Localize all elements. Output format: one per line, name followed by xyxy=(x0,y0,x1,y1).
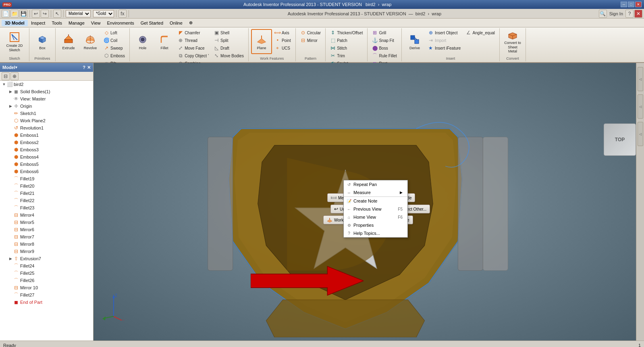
tree-expand-icon[interactable] xyxy=(8,176,13,181)
panel-toggle-3[interactable]: ◁ xyxy=(638,122,643,146)
circular-btn[interactable]: ⊙ Circular xyxy=(298,29,323,36)
coil-btn[interactable]: 🌀 Coil xyxy=(102,37,127,44)
tree-expand-icon[interactable] xyxy=(8,234,13,239)
chamfer-btn[interactable]: ◤ Chamfer xyxy=(176,29,211,36)
tree-item[interactable]: ⬢Emboss5 xyxy=(0,161,93,168)
snap-fit-btn[interactable]: ⚓ Snap Fit xyxy=(370,37,399,44)
tree-expand-icon[interactable] xyxy=(8,169,13,174)
tree-item[interactable]: ⌒Fillet19 xyxy=(0,175,93,182)
sidebar-help-btn[interactable]: ? xyxy=(83,65,85,70)
menu-environments[interactable]: Environments xyxy=(104,20,137,26)
tree-item[interactable]: 👁View: Master xyxy=(0,95,93,102)
tree-item[interactable]: ⌒Fillet22 xyxy=(0,197,93,204)
tree-item[interactable]: ⬡Work Plane2 xyxy=(0,117,93,124)
tree-item[interactable]: ⌒Fillet21 xyxy=(0,190,93,197)
tree-item[interactable]: ↺Revolution1 xyxy=(0,124,93,132)
context-menu-item-measure[interactable]: ↔Measure▶ xyxy=(344,188,407,196)
menu-online[interactable]: Online xyxy=(166,20,186,26)
tree-expand-icon[interactable] xyxy=(8,213,13,217)
tree-item[interactable]: ⬢Emboss2 xyxy=(0,139,93,146)
tree-expand-icon[interactable] xyxy=(8,300,13,305)
context-menu-item-help-topics...[interactable]: ?Help Topics... xyxy=(344,229,407,237)
derive-insert-btn[interactable]: Derive xyxy=(404,29,425,54)
undo-btn[interactable]: ↩ xyxy=(32,10,40,18)
new-btn[interactable]: 📄 xyxy=(2,10,10,18)
shell-btn[interactable]: ▣ Shell xyxy=(212,29,246,36)
insert-ifeature-btn[interactable]: ★ Insert iFeature xyxy=(426,44,463,52)
tree-expand-icon[interactable]: ▶ xyxy=(8,89,13,94)
tree-expand-icon[interactable]: ▶ xyxy=(8,256,13,261)
box-btn[interactable]: Box xyxy=(32,29,53,54)
create-2d-sketch-btn[interactable]: Create 2D Sketch xyxy=(2,29,27,54)
tree-expand-icon[interactable] xyxy=(8,278,13,283)
loft-btn[interactable]: ◇ Loft xyxy=(102,29,127,36)
redo-btn[interactable]: ↪ xyxy=(41,10,49,18)
tree-item[interactable]: ⬢Emboss1 xyxy=(0,132,93,139)
tree-expand-icon[interactable] xyxy=(8,184,13,188)
angle-equal-btn[interactable]: ∠ Angle_equal xyxy=(463,29,497,36)
sidebar-close-btn[interactable]: ✕ xyxy=(87,65,91,70)
tree-expand-icon[interactable] xyxy=(8,271,13,276)
move-face-btn[interactable]: ⤢ Move Face xyxy=(176,44,211,52)
tree-expand-icon[interactable]: ▶ xyxy=(8,104,13,109)
menu-getstarted[interactable]: Get Started xyxy=(137,20,166,26)
tree-item[interactable]: ⊟Mirror6 xyxy=(0,226,93,233)
tree-expand-icon[interactable] xyxy=(8,198,13,203)
panel-toggle-2[interactable]: ◁ xyxy=(638,94,643,119)
appearance-select[interactable]: *Gold xyxy=(93,10,114,17)
tree-expand-icon[interactable] xyxy=(8,162,13,167)
panel-toggle-1[interactable]: ◁ xyxy=(638,67,643,91)
tree-expand-icon[interactable] xyxy=(8,205,13,210)
tree-expand-icon[interactable] xyxy=(8,140,13,145)
extrude-btn[interactable]: Extrude xyxy=(58,29,79,54)
close-app-btn[interactable]: ✕ xyxy=(634,10,642,18)
tree-expand-icon[interactable]: ▼ xyxy=(2,82,6,87)
menu-tools[interactable]: Tools xyxy=(48,20,65,26)
tree-item[interactable]: ⌒Fillet20 xyxy=(0,182,93,190)
emboss-btn[interactable]: ⬡ Emboss xyxy=(102,52,127,59)
context-menu-item-previous-view[interactable]: ←Previous ViewF5 xyxy=(344,205,407,213)
patch-btn[interactable]: ⬚ Patch xyxy=(328,37,365,44)
tree-expand-icon[interactable] xyxy=(8,242,13,247)
convert-sheet-metal-btn[interactable]: Convert to Sheet Metal xyxy=(502,29,523,54)
tree-item[interactable]: ⌒Fillet23 xyxy=(0,204,93,211)
material-select[interactable]: Material xyxy=(66,10,91,17)
split-btn[interactable]: ⊣ Split xyxy=(212,37,246,44)
copy-object-btn[interactable]: ⧉ Copy Object ' xyxy=(176,52,211,59)
draft-btn[interactable]: ◺ Draft xyxy=(212,44,246,52)
mirror-btn[interactable]: ⊟ Mirror xyxy=(298,37,323,44)
tree-expand-icon[interactable] xyxy=(8,220,13,225)
tree-expand-icon[interactable] xyxy=(8,293,13,297)
tree-item[interactable]: ▶◼Solid Bodies(1) xyxy=(0,88,93,95)
axis-btn[interactable]: ⟺ Axis xyxy=(273,29,293,36)
tree-expand-icon[interactable] xyxy=(8,249,13,254)
stitch-btn[interactable]: ⋈ Stitch xyxy=(328,44,365,52)
tree-expand-icon[interactable] xyxy=(8,191,13,196)
formula-btn[interactable]: fx xyxy=(118,10,127,18)
tree-expand-icon[interactable] xyxy=(8,118,13,123)
tree-item[interactable]: ⬢Emboss3 xyxy=(0,146,93,153)
tree-item[interactable]: ⊟Mirror8 xyxy=(0,240,93,248)
point-btn[interactable]: • Point xyxy=(273,37,293,44)
context-menu-item-create-note[interactable]: 📝Create Note xyxy=(344,196,407,205)
context-menu-item-home-view[interactable]: ⌂Home ViewF6 xyxy=(344,213,407,221)
tree-item[interactable]: ▶✛Origin xyxy=(0,102,93,110)
tree-item[interactable]: ⊟Mirror 10 xyxy=(0,284,93,291)
tree-item[interactable]: ◼End of Part xyxy=(0,299,93,306)
rule-fillet-btn[interactable]: ⌒ Rule Fillet xyxy=(370,52,399,59)
tree-item[interactable]: ⬢Emboss6 xyxy=(0,168,93,175)
minimize-btn[interactable]: ─ xyxy=(621,2,627,7)
menu-view[interactable]: View xyxy=(88,20,104,26)
open-btn[interactable]: 📁 xyxy=(10,10,19,18)
tree-expand-icon[interactable] xyxy=(8,133,13,138)
insert-object-btn[interactable]: ⊕ Insert Object xyxy=(426,29,463,36)
tree-item[interactable]: ▼⬜bird2 xyxy=(0,81,93,88)
boss-btn[interactable]: ⬤ Boss xyxy=(370,44,399,52)
revolve-btn[interactable]: Revolve xyxy=(80,29,101,54)
move-bodies-btn[interactable]: ⤡ Move Bodies xyxy=(212,52,246,59)
close-btn[interactable]: ✕ xyxy=(635,2,642,7)
tree-expand-icon[interactable] xyxy=(8,111,13,116)
grill-btn[interactable]: ⊞ Grill xyxy=(370,29,399,36)
thread-btn[interactable]: ⊕ Thread xyxy=(176,37,211,44)
help-btn[interactable]: ? xyxy=(625,10,634,18)
